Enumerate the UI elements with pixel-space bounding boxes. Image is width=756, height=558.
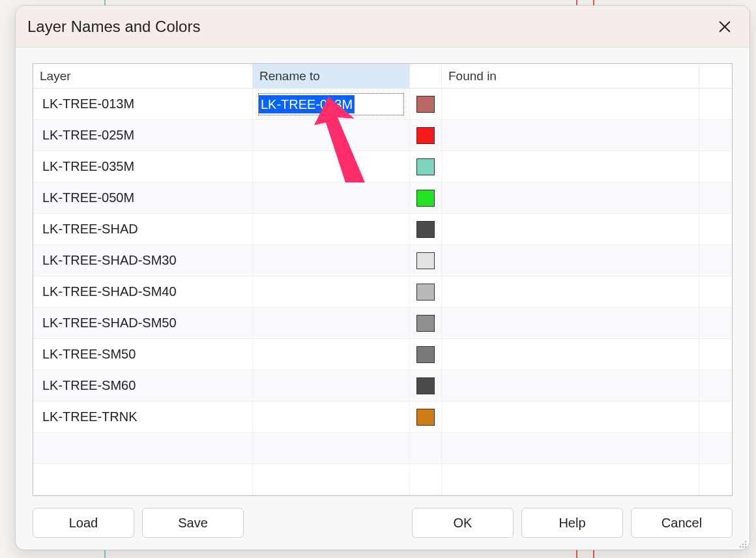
- color-swatch[interactable]: [416, 221, 435, 238]
- color-swatch[interactable]: [416, 409, 435, 426]
- cell-found-in[interactable]: [442, 89, 699, 119]
- cell-rename[interactable]: [253, 339, 410, 370]
- table-row[interactable]: LK-TREE-SHAD-SM40: [33, 276, 732, 308]
- resize-grip[interactable]: [737, 537, 748, 548]
- cell-layer[interactable]: LK-TREE-SHAD-SM50: [33, 308, 253, 338]
- cell-empty: [33, 464, 253, 495]
- column-header-rename[interactable]: Rename to: [253, 64, 410, 88]
- cell-layer[interactable]: LK-TREE-TRNK: [33, 402, 253, 432]
- cell-color[interactable]: [410, 308, 442, 338]
- rename-input-selection: LK-TREE-013M: [259, 95, 355, 113]
- cell-rename[interactable]: [253, 183, 410, 213]
- cell-rename[interactable]: [253, 370, 410, 401]
- cell-tail: [699, 183, 732, 213]
- cell-color[interactable]: [410, 89, 442, 119]
- cell-layer[interactable]: LK-TREE-SHAD-SM40: [33, 276, 253, 307]
- cell-rename[interactable]: [253, 402, 410, 432]
- cancel-button[interactable]: Cancel: [631, 508, 733, 538]
- color-swatch[interactable]: [416, 127, 435, 144]
- cell-rename[interactable]: [253, 276, 410, 307]
- help-button[interactable]: Help: [521, 508, 623, 538]
- color-swatch[interactable]: [416, 252, 435, 269]
- table-row[interactable]: LK-TREE-SHAD-SM30: [33, 245, 732, 276]
- rename-input[interactable]: LK-TREE-013M: [258, 93, 404, 115]
- cell-color[interactable]: [410, 339, 442, 370]
- color-swatch[interactable]: [416, 158, 435, 175]
- cell-layer[interactable]: LK-TREE-SM60: [33, 370, 253, 401]
- cell-found-in[interactable]: [442, 370, 699, 401]
- table-row-empty: [33, 433, 732, 464]
- cell-color[interactable]: [410, 214, 442, 244]
- cell-found-in[interactable]: [442, 120, 699, 151]
- svg-point-2: [742, 544, 744, 545]
- cell-rename[interactable]: LK-TREE-013M: [253, 89, 410, 119]
- load-button[interactable]: Load: [33, 508, 134, 538]
- cell-layer[interactable]: LK-TREE-SHAD: [33, 214, 253, 244]
- table-row[interactable]: LK-TREE-025M: [33, 120, 732, 151]
- cell-rename[interactable]: [253, 214, 410, 244]
- table-row[interactable]: LK-TREE-035M: [33, 151, 732, 183]
- cell-found-in[interactable]: [442, 183, 699, 213]
- dialog-titlebar: Layer Names and Colors: [16, 6, 749, 48]
- cell-color[interactable]: [410, 245, 442, 276]
- layers-table: Layer Rename to Found in LK-TREE-013MLK-…: [33, 63, 733, 496]
- color-swatch[interactable]: [416, 96, 435, 113]
- layer-name: LK-TREE-013M: [42, 96, 134, 111]
- table-row[interactable]: LK-TREE-TRNK: [33, 402, 732, 433]
- layer-name: LK-TREE-SM50: [42, 347, 136, 362]
- color-swatch[interactable]: [416, 315, 435, 332]
- cell-color[interactable]: [410, 120, 442, 151]
- cell-rename[interactable]: [253, 308, 410, 338]
- table-row[interactable]: LK-TREE-SM50: [33, 339, 732, 370]
- column-header-layer[interactable]: Layer: [33, 64, 253, 88]
- cell-empty: [410, 433, 442, 463]
- cell-found-in[interactable]: [442, 214, 699, 244]
- cell-rename[interactable]: [253, 245, 410, 276]
- cell-layer[interactable]: LK-TREE-025M: [33, 120, 253, 151]
- color-swatch[interactable]: [416, 377, 435, 394]
- cell-layer[interactable]: LK-TREE-SM50: [33, 339, 253, 370]
- cell-layer[interactable]: LK-TREE-035M: [33, 151, 253, 182]
- cell-color[interactable]: [410, 151, 442, 182]
- color-swatch[interactable]: [416, 284, 435, 301]
- cell-tail: [699, 339, 732, 370]
- layer-name: LK-TREE-050M: [42, 190, 134, 205]
- save-button[interactable]: Save: [142, 508, 244, 538]
- ok-button[interactable]: OK: [412, 508, 514, 538]
- cell-layer[interactable]: LK-TREE-013M: [33, 89, 253, 119]
- table-header: Layer Rename to Found in: [33, 64, 732, 89]
- cell-empty: [33, 433, 253, 463]
- table-row[interactable]: LK-TREE-SM60: [33, 370, 732, 402]
- cell-found-in[interactable]: [442, 245, 699, 276]
- cell-rename[interactable]: [253, 120, 410, 151]
- dialog-title: Layer Names and Colors: [27, 18, 712, 36]
- cell-found-in[interactable]: [442, 276, 699, 307]
- cell-color[interactable]: [410, 370, 442, 401]
- color-swatch[interactable]: [416, 346, 435, 363]
- column-header-found[interactable]: Found in: [442, 64, 699, 88]
- cell-color[interactable]: [410, 402, 442, 432]
- cell-empty: [699, 464, 732, 495]
- close-button[interactable]: [712, 14, 738, 40]
- cell-found-in[interactable]: [442, 308, 699, 338]
- table-row[interactable]: LK-TREE-050M: [33, 183, 732, 214]
- cell-layer[interactable]: LK-TREE-SHAD-SM30: [33, 245, 253, 276]
- svg-point-5: [740, 546, 741, 548]
- cell-tail: [699, 151, 732, 182]
- cell-tail: [699, 120, 732, 151]
- cell-found-in[interactable]: [442, 151, 699, 182]
- cell-color[interactable]: [410, 183, 442, 213]
- color-swatch[interactable]: [416, 190, 435, 207]
- table-row[interactable]: LK-TREE-013MLK-TREE-013M: [33, 89, 732, 120]
- column-header-color[interactable]: [410, 64, 442, 88]
- cell-found-in[interactable]: [442, 402, 699, 432]
- cell-found-in[interactable]: [442, 339, 699, 370]
- table-row[interactable]: LK-TREE-SHAD-SM50: [33, 308, 732, 339]
- table-row[interactable]: LK-TREE-SHAD: [33, 214, 732, 245]
- layer-name: LK-TREE-SHAD: [42, 222, 138, 237]
- cell-color[interactable]: [410, 276, 442, 307]
- layer-name: LK-TREE-TRNK: [42, 409, 138, 424]
- cell-layer[interactable]: LK-TREE-050M: [33, 183, 253, 213]
- cell-rename[interactable]: [253, 151, 410, 182]
- table-row-empty: [33, 464, 732, 495]
